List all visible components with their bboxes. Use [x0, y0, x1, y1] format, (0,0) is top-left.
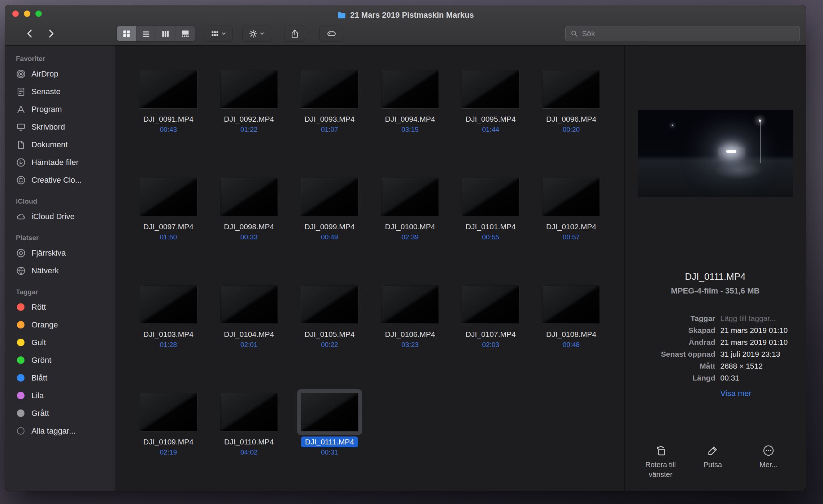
file-grid: DJI_0091.MP400:43DJI_0092.MP401:22DJI_00… [115, 45, 624, 456]
sidebar-item-airdrop[interactable]: AirDrop [5, 65, 115, 83]
file-duration: 00:43 [160, 126, 177, 134]
sidebar-section-title: iCloud [5, 197, 115, 208]
file-name: DJI_0101.MP4 [462, 221, 520, 232]
search-input[interactable] [582, 29, 795, 38]
close-button[interactable] [12, 10, 19, 17]
file-thumbnail [462, 178, 519, 216]
file-item[interactable]: DJI_0096.MP400:20 [531, 66, 611, 134]
preview-info-label: Mått [631, 360, 715, 372]
sidebar-item-tag-gratt[interactable]: Grått [5, 404, 115, 422]
file-thumbnail-wrap [136, 282, 201, 327]
file-item[interactable]: DJI_0095.MP401:44 [450, 66, 531, 134]
sidebar-item-label: AirDrop [31, 69, 58, 79]
file-name: DJI_0093.MP4 [300, 114, 358, 125]
file-item[interactable]: DJI_0093.MP401:07 [289, 66, 370, 134]
file-item[interactable]: DJI_0094.MP403:15 [370, 66, 450, 134]
forward-button[interactable] [45, 28, 56, 39]
sidebar-item-tag-blatt[interactable]: Blått [5, 369, 115, 387]
file-name: DJI_0110.MP4 [220, 436, 278, 447]
file-item[interactable]: DJI_0104.MP402:01 [209, 282, 289, 349]
file-item[interactable]: DJI_0109.MP402:19 [128, 389, 209, 456]
file-thumbnail [381, 285, 439, 324]
file-item[interactable]: DJI_0107.MP402:03 [450, 282, 531, 349]
file-item[interactable]: DJI_0106.MP403:23 [370, 282, 450, 349]
action-menu-button[interactable] [243, 26, 271, 41]
file-thumbnail-wrap [217, 174, 282, 220]
preview-info-value[interactable]: Lägg till taggar... [720, 312, 800, 324]
sidebar-item-tag-gult[interactable]: Gult [5, 334, 115, 351]
back-button[interactable] [25, 28, 35, 39]
sidebar-item-hamtade-filer[interactable]: Hämtade filer [5, 153, 115, 171]
view-columns-button[interactable] [156, 26, 175, 41]
show-more-link[interactable]: Visa mer [720, 389, 752, 398]
file-item[interactable]: DJI_0099.MP400:49 [289, 174, 370, 241]
folder-icon[interactable] [337, 10, 347, 20]
preview-info: TaggarLägg till taggar...Skapad21 mars 2… [631, 312, 800, 384]
file-thumbnail [301, 178, 358, 216]
file-item[interactable]: DJI_0111.MP400:31 [289, 389, 370, 456]
minimize-button[interactable] [24, 10, 30, 17]
file-item[interactable]: DJI_0100.MP402:39 [370, 174, 450, 241]
sidebar-item-creative-cloud[interactable]: Creative Clo... [5, 171, 115, 189]
search-field[interactable] [565, 26, 800, 41]
file-item[interactable]: DJI_0097.MP401:50 [128, 174, 209, 241]
sidebar-item-label: Gult [31, 338, 46, 347]
file-duration: 00:49 [321, 233, 338, 241]
sidebar-item-tag-gront[interactable]: Grönt [5, 351, 115, 369]
sidebar-item-tag-orange[interactable]: Orange [5, 316, 115, 334]
zoom-button[interactable] [35, 10, 42, 17]
file-area: DJI_0091.MP400:43DJI_0092.MP401:22DJI_00… [115, 45, 624, 491]
grid-view-icon [122, 29, 131, 39]
file-duration: 00:31 [321, 448, 338, 456]
sidebar-item-dokument[interactable]: Dokument [5, 136, 115, 153]
file-item[interactable]: DJI_0091.MP400:43 [128, 66, 209, 134]
preview-panel: DJI_0111.MP4 MPEG-4-film - 351,6 MB Tagg… [624, 45, 806, 491]
tags-button[interactable] [320, 26, 343, 41]
sidebar-item-senaste[interactable]: Senaste [5, 83, 115, 100]
file-item[interactable]: DJI_0110.MP404:02 [209, 389, 289, 456]
sidebar-item-tag-alla[interactable]: Alla taggar... [5, 422, 115, 440]
group-by-button[interactable] [204, 26, 232, 41]
file-duration: 01:50 [160, 233, 177, 241]
file-thumbnail-wrap [378, 66, 443, 112]
sidebar-item-icloud-drive[interactable]: iCloud Drive [5, 208, 115, 225]
file-thumbnail [140, 178, 197, 216]
file-item[interactable]: DJI_0098.MP400:33 [209, 174, 289, 241]
file-thumbnail [462, 70, 519, 109]
sidebar-item-natverk[interactable]: Nätverk [5, 262, 115, 279]
markup-icon [707, 444, 719, 457]
file-thumbnail-wrap [458, 174, 523, 220]
file-thumbnail-wrap [539, 282, 604, 327]
sidebar-item-skrivbord[interactable]: Skrivbord [5, 118, 115, 136]
file-duration: 03:23 [401, 341, 419, 349]
file-item[interactable]: DJI_0103.MP401:28 [128, 282, 209, 349]
file-item[interactable]: DJI_0101.MP400:55 [450, 174, 531, 241]
tag-color-dot [17, 356, 25, 364]
sidebar-item-label: Program [31, 105, 62, 114]
sidebar-item-tag-lila[interactable]: Lila [5, 387, 115, 404]
headlights-glow [726, 150, 736, 153]
sidebar-item-tag-rott[interactable]: Rött [5, 298, 115, 316]
file-item[interactable]: DJI_0108.MP400:48 [531, 282, 611, 349]
file-item[interactable]: DJI_0105.MP400:22 [289, 282, 370, 349]
file-item[interactable]: DJI_0102.MP400:57 [531, 174, 611, 241]
sidebar: FavoriterAirDropSenasteProgramSkrivbordD… [5, 45, 115, 491]
view-icons-button[interactable] [117, 26, 136, 41]
sidebar-item-program[interactable]: Program [5, 100, 115, 118]
sidebar-item-fjarrskiva[interactable]: Fjärrskiva [5, 244, 115, 262]
file-thumbnail-wrap [217, 282, 282, 327]
share-button[interactable] [284, 26, 305, 41]
view-list-button[interactable] [136, 26, 156, 41]
file-name: DJI_0109.MP4 [139, 436, 197, 447]
sidebar-item-label: Skrivbord [31, 122, 65, 132]
file-thumbnail [140, 70, 197, 109]
file-item[interactable]: DJI_0092.MP401:22 [209, 66, 289, 134]
rotate-left-button[interactable]: Rotera till vänster [637, 444, 684, 479]
view-gallery-button[interactable] [175, 26, 195, 41]
more-button[interactable]: Mer... [741, 444, 796, 479]
markup-button[interactable]: Putsa [686, 444, 740, 479]
tag-color-dot [17, 339, 25, 346]
title-bar: 21 Mars 2019 Pistmaskin Markus [5, 5, 806, 22]
sidebar-item-label: Grönt [31, 356, 51, 365]
sidebar-section-title: Favoriter [5, 55, 115, 65]
